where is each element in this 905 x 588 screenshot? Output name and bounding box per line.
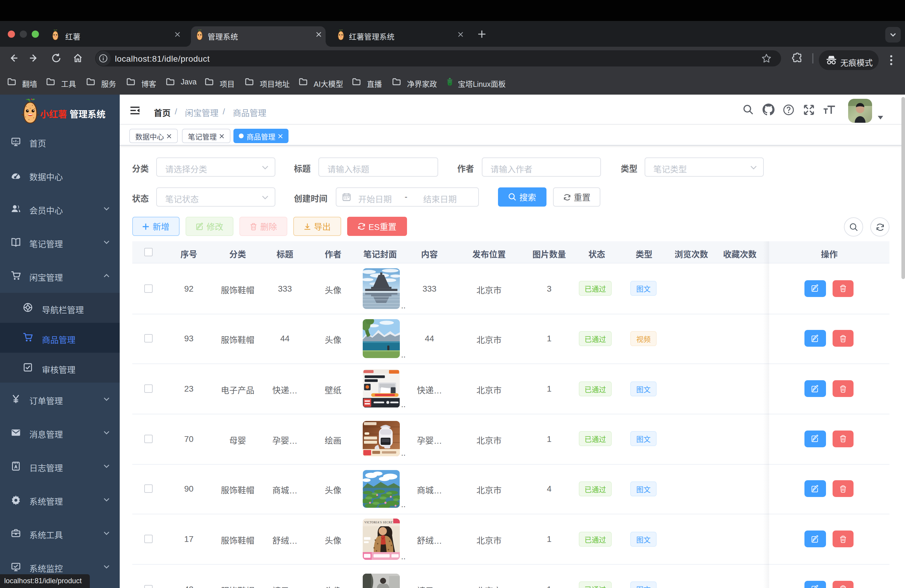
svg-text:VICTORIA'S SECRET: VICTORIA'S SECRET [364,520,394,524]
